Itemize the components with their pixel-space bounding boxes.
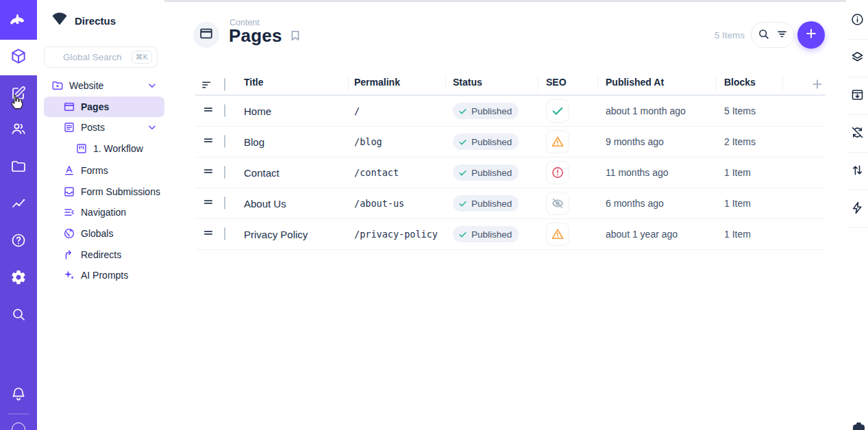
shortcut-badge: ⌘K [132,51,152,64]
web-asset-icon [63,101,75,113]
drag-handle-icon[interactable] [202,134,214,149]
status-badge: Published [453,134,519,150]
layers-icon [850,50,865,67]
archive-box-icon [850,88,865,105]
mouse-cursor-hand [9,94,24,114]
column-header-published-at[interactable]: Published At [606,77,664,88]
drag-handle-icon[interactable] [202,165,214,180]
sparkles-icon [63,269,75,281]
column-header-blocks[interactable]: Blocks [724,77,756,88]
sidebar-item-forms[interactable]: Forms [44,160,164,181]
flows-section-button[interactable] [846,190,868,228]
row-checkbox[interactable] [224,197,225,210]
row-blocks: 5 Items [724,105,756,116]
module-content-active[interactable] [0,40,37,75]
column-header-status[interactable]: Status [453,77,482,88]
article-icon [63,121,75,134]
sidebar-item-website[interactable]: Website [44,75,164,96]
search-filter-pill [751,22,795,48]
sidebar-item-label: Posts [81,122,105,133]
project-header[interactable]: Directus [51,12,116,29]
sidebar-item-posts[interactable]: Posts [44,117,164,138]
web-asset-icon [199,26,214,44]
sync-disabled-icon [850,125,865,142]
seo-status [546,99,569,123]
globe-icon [63,227,75,240]
sidebar-item-label: 1. Workflow [93,143,143,154]
archive-section-button[interactable] [846,77,868,115]
sidebar-item-label: Navigation [81,207,126,218]
sidebar-item-label: Redirects [81,249,121,260]
files-folder-icon [10,158,27,177]
table-row[interactable]: Blog /blog Published 9 months ago 2 Item… [195,127,826,157]
seo-status [546,192,569,215]
sidebar-item-form-submissions[interactable]: Form Submissions [44,181,164,202]
module-insights-button[interactable] [0,189,37,222]
filter-icon[interactable] [776,27,789,43]
module-bar [0,0,37,430]
row-checkbox[interactable] [224,136,225,148]
row-checkbox[interactable] [224,105,225,117]
sidebar-item-globals[interactable]: Globals [44,223,164,244]
table-row[interactable]: About Us /about-us Published 6 months ag… [195,188,826,219]
row-published-at: 6 months ago [606,198,664,209]
row-blocks: 2 Items [724,136,756,147]
directus-shield-icon [51,12,68,29]
sidebar-item-label: AI Prompts [81,270,128,281]
column-header-seo[interactable]: SEO [546,77,567,88]
row-title: Blog [244,136,264,148]
module-settings-button[interactable] [0,262,37,295]
column-header-permalink[interactable]: Permalink [354,77,400,88]
module-search-button[interactable] [0,299,37,332]
status-badge: Published [453,226,519,242]
module-users-button[interactable] [0,114,37,147]
sidebar-item-pages[interactable]: Pages [44,97,164,117]
revisions-section-button[interactable] [846,115,868,153]
add-item-button[interactable] [797,21,825,49]
row-blocks: 1 Item [724,198,751,209]
row-permalink: /blog [354,136,382,147]
global-search-placeholder: Global Search [63,52,132,62]
help-icon [10,232,27,251]
sidebar-item-workflow[interactable]: 1. Workflow [44,138,164,159]
chevron-down-icon[interactable] [147,122,158,133]
table-row[interactable]: Home / Published about 1 month ago 5 Ite… [195,96,826,127]
info-section-button[interactable] [846,2,868,40]
sidebar-item-label: Website [69,80,103,91]
add-column-button[interactable] [810,77,824,93]
drag-handle-icon[interactable] [202,227,214,242]
row-published-at: about 1 month ago [606,105,686,116]
import-export-section-button[interactable] [846,153,868,190]
column-header-title[interactable]: Title [244,77,264,88]
project-name: Directus [75,15,116,27]
bookmark-icon[interactable] [288,28,302,46]
settings-gear-icon [10,269,27,288]
seo-check-icon [551,104,565,118]
row-checkbox[interactable] [224,166,225,179]
notifications-button[interactable] [0,379,37,412]
search-icon[interactable] [757,27,770,43]
module-help-button[interactable] [0,225,37,258]
avatar-circle[interactable] [12,422,25,430]
sidebar-item-ai-prompts[interactable]: AI Prompts [44,265,164,286]
row-permalink: / [354,105,360,116]
table-row[interactable]: Contact /contact Published 11 months ago… [195,157,826,188]
layers-section-button[interactable] [846,40,868,77]
project-logo-button[interactable] [0,0,37,40]
row-title: Contact [244,167,280,179]
drag-handle-icon[interactable] [202,103,214,118]
row-checkbox[interactable] [224,228,225,240]
global-search-input[interactable]: Global Search ⌘K [44,47,158,68]
sidebar-item-redirects[interactable]: Redirects [44,244,164,265]
row-blocks: 1 Item [724,167,751,178]
partial-bottom-icon [853,425,865,430]
plus-icon [804,27,818,43]
sort-icon[interactable] [201,79,213,93]
select-all-checkbox[interactable] [224,79,225,91]
table-row[interactable]: Privacy Policy /privacy-policy Published… [195,219,826,250]
module-files-button[interactable] [0,151,37,184]
chevron-down-icon[interactable] [147,80,158,91]
status-badge: Published [453,103,519,119]
drag-handle-icon[interactable] [202,196,214,211]
sidebar-item-navigation[interactable]: Navigation [44,202,164,223]
